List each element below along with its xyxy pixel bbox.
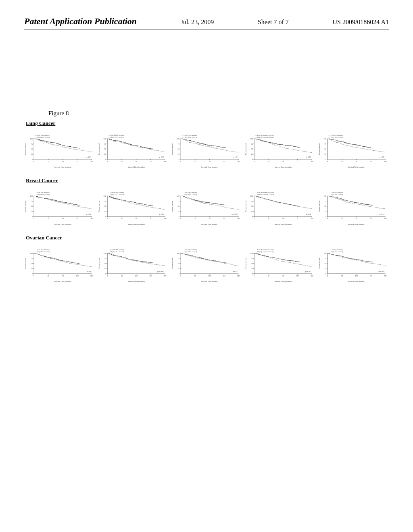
svg-text:200: 200: [164, 275, 167, 277]
svg-text:100: 100: [384, 160, 387, 162]
svg-text:100: 100: [311, 218, 313, 220]
svg-text:200: 200: [384, 275, 387, 277]
svg-text:50: 50: [251, 262, 253, 264]
svg-text:100: 100: [208, 275, 211, 277]
svg-text:— High Myc Activity: — High Myc Activity: [181, 136, 197, 138]
svg-text:0: 0: [105, 273, 106, 275]
svg-text:— Low β-catenin Activity: — Low β-catenin Activity: [254, 191, 274, 193]
svg-text:75: 75: [178, 258, 180, 260]
section-title-lung: Lung Cancer: [26, 120, 389, 127]
svg-text:0: 0: [180, 160, 181, 162]
svg-text:150: 150: [76, 275, 79, 277]
figure-label: Figure 8: [48, 110, 389, 117]
svg-text:100: 100: [250, 138, 253, 140]
svg-text:p=0.18: p=0.18: [380, 213, 385, 215]
svg-text:p=.005: p=.005: [380, 156, 385, 158]
svg-text:50: 50: [282, 160, 284, 162]
svg-text:200: 200: [311, 275, 313, 277]
svg-text:Survival Time (months): Survival Time (months): [54, 223, 71, 225]
svg-text:Percent survival: Percent survival: [25, 143, 27, 155]
svg-text:25: 25: [251, 268, 253, 270]
svg-text:— Low E2F3 Activity: — Low E2F3 Activity: [108, 191, 124, 193]
svg-text:— Low Ras Activity: — Low Ras Activity: [34, 191, 50, 193]
svg-text:100: 100: [103, 252, 106, 254]
svg-text:150: 150: [296, 275, 299, 277]
svg-text:Survival Time (months): Survival Time (months): [201, 281, 218, 283]
svg-text:75: 75: [76, 218, 78, 220]
svg-text:75: 75: [104, 143, 106, 145]
sheet-info: Sheet 7 of 7: [258, 19, 289, 26]
svg-text:Percent survival: Percent survival: [319, 200, 321, 212]
svg-text:150: 150: [149, 275, 152, 277]
svg-text:25: 25: [194, 218, 196, 220]
svg-text:p=.221: p=.221: [86, 156, 91, 158]
chart-lung-bcatenin: — Low β-catenin Activity— High β-catenin…: [244, 128, 315, 172]
svg-text:— Low Src Activity: — Low Src Activity: [328, 191, 343, 193]
svg-text:— High Ras Activity: — High Ras Activity: [34, 136, 50, 138]
svg-text:0: 0: [32, 158, 33, 160]
svg-text:— High Src Activity: — High Src Activity: [328, 193, 343, 195]
svg-text:— High Src Activity: — High Src Activity: [328, 251, 343, 253]
svg-text:0: 0: [327, 218, 328, 220]
charts-row-ovarian: — Low Ras Activity— High Ras Activity025…: [24, 243, 389, 287]
section-breast: Breast Cancer— Low Ras Activity— High Ra…: [24, 177, 389, 230]
svg-text:50: 50: [104, 262, 106, 264]
svg-text:Percent survival: Percent survival: [25, 200, 27, 212]
svg-text:p=.90: p=.90: [87, 270, 91, 272]
svg-text:Percent survival: Percent survival: [245, 200, 247, 212]
charts-row-lung: — Low Ras Activity— High Ras Activity025…: [24, 128, 389, 172]
section-title-breast: Breast Cancer: [26, 177, 389, 184]
svg-text:75: 75: [251, 143, 253, 145]
svg-text:25: 25: [48, 218, 50, 220]
svg-text:0: 0: [179, 158, 180, 160]
charts-row-breast: — Low Ras Activity— High Ras Activity025…: [24, 185, 389, 230]
svg-text:Percent survival: Percent survival: [172, 258, 174, 269]
svg-text:— High Ras Activity: — High Ras Activity: [34, 193, 50, 195]
svg-text:100: 100: [177, 195, 179, 197]
svg-text:25: 25: [341, 160, 343, 162]
svg-text:50: 50: [325, 148, 327, 150]
svg-text:— Low β-catenin Activity: — Low β-catenin Activity: [254, 134, 274, 136]
svg-text:75: 75: [370, 160, 372, 162]
page-header: Patent Application Publication Jul. 23, …: [24, 16, 389, 29]
svg-text:Percent survival: Percent survival: [98, 258, 100, 269]
svg-text:75: 75: [31, 200, 33, 202]
svg-text:50: 50: [341, 275, 343, 277]
svg-text:25: 25: [251, 210, 253, 212]
svg-text:25: 25: [178, 153, 180, 155]
svg-text:75: 75: [150, 218, 152, 220]
svg-text:100: 100: [177, 138, 179, 140]
chart-ovarian-src: — Low Src Activity— High Src Activity025…: [318, 243, 389, 287]
svg-text:75: 75: [76, 160, 78, 162]
svg-text:100: 100: [237, 160, 240, 162]
svg-text:0: 0: [107, 160, 108, 162]
svg-text:0: 0: [105, 158, 106, 160]
svg-text:50: 50: [62, 160, 64, 162]
svg-text:Survival Time (months): Survival Time (months): [348, 281, 365, 283]
svg-text:75: 75: [223, 160, 225, 162]
svg-text:25: 25: [121, 160, 123, 162]
svg-text:Survival Time (months): Survival Time (months): [275, 166, 292, 168]
svg-text:50: 50: [121, 275, 123, 277]
svg-text:— Low E2F3 Activity: — Low E2F3 Activity: [108, 134, 124, 136]
patent-number: US 2009/0186024 A1: [332, 19, 389, 26]
sections-container: Lung Cancer— Low Ras Activity— High Ras …: [24, 120, 389, 287]
svg-text:Survival Time (months): Survival Time (months): [348, 223, 365, 225]
svg-text:75: 75: [104, 258, 106, 260]
svg-text:50: 50: [178, 205, 180, 207]
svg-text:50: 50: [356, 218, 358, 220]
svg-text:0: 0: [32, 273, 33, 275]
svg-text:p=0.001*: p=0.001*: [157, 270, 164, 272]
svg-text:75: 75: [251, 200, 253, 202]
svg-text:— High C-catenin Activity: — High C-catenin Activity: [254, 193, 274, 195]
svg-text:75: 75: [150, 160, 152, 162]
svg-text:100: 100: [135, 275, 138, 277]
svg-text:50: 50: [178, 262, 180, 264]
chart-lung-e2f3: — Low E2F3 Activity— High E2F3 Activity0…: [98, 128, 169, 172]
svg-text:25: 25: [325, 268, 327, 270]
svg-text:100: 100: [323, 138, 326, 140]
svg-text:p=0.129: p=0.129: [232, 213, 238, 215]
svg-text:25: 25: [178, 210, 180, 212]
svg-text:0: 0: [179, 216, 180, 218]
svg-text:0: 0: [325, 216, 327, 218]
